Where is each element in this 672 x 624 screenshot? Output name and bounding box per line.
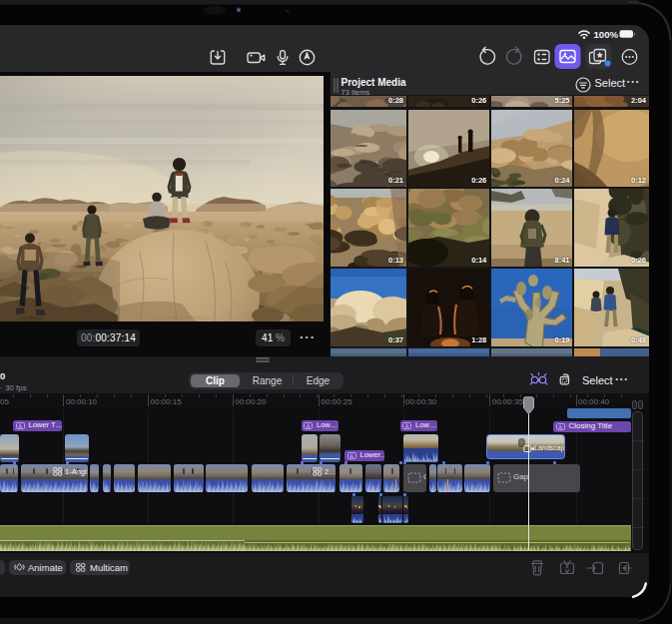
svg-text:100%: 100%: [594, 29, 619, 40]
